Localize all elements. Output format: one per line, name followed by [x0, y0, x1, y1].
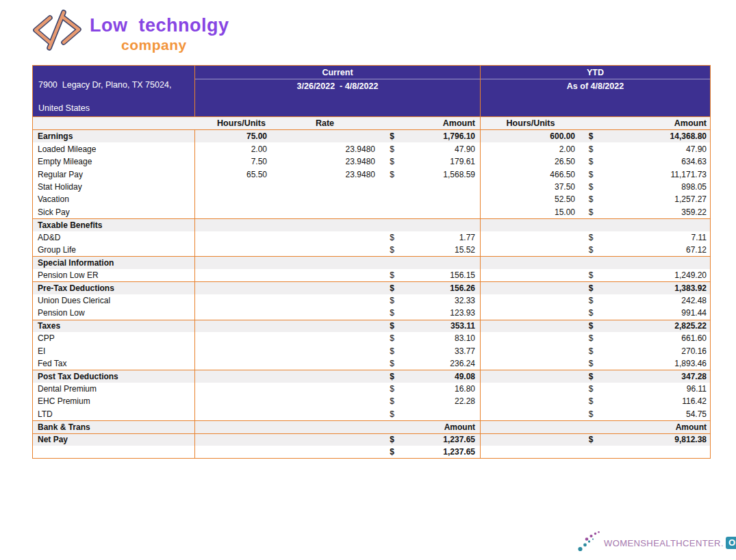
current-hours-cell: 65.50 [195, 170, 288, 179]
ytd-hours-cell: 2.00 [481, 144, 581, 154]
col-current-rate: Rate [288, 118, 380, 128]
current-dollar-sign: $ [380, 283, 404, 293]
ytd-amount-cell: 1,249.20 [601, 270, 710, 280]
table-row: Fed Tax $ 236.24 $ 1,893.46 [33, 357, 710, 370]
current-dollar-sign: $ [380, 435, 404, 444]
table-row: $ 1,237.65 [33, 446, 710, 458]
company-address: 7900 Legacy Dr, Plano, TX 75024, United … [33, 66, 195, 116]
current-amount-cell: 47.90 [404, 142, 481, 155]
table-row: Empty Mileage 7.50 23.9480 $ 179.61 26.5… [33, 155, 710, 168]
table-row: Loaded Mileage 2.00 23.9480 $ 47.90 2.00… [33, 142, 710, 155]
row-label: Pre-Tax Deductions [33, 282, 195, 294]
row-label: Post Tax Deductions [33, 370, 195, 382]
current-amount-cell [404, 408, 481, 420]
current-amount-cell: 16.80 [404, 383, 481, 395]
row-label: Empty Mileage [33, 155, 195, 168]
row-label: Special Information [33, 257, 195, 268]
row-label: Pension Low [33, 307, 195, 319]
current-dollar-sign: $ [380, 170, 404, 179]
current-amount-cell: 32.33 [404, 294, 481, 307]
current-dollar-sign: $ [380, 396, 404, 406]
row-label: Fed Tax [33, 357, 195, 370]
col-ytd-amount: Amount [601, 118, 710, 128]
row-label: LTD [33, 408, 195, 420]
ytd-dollar-sign: $ [581, 157, 601, 166]
ytd-dollar-sign: $ [581, 396, 601, 406]
ytd-dollar-sign: $ [581, 144, 601, 154]
table-row: Pre-Tax Deductions $ 156.26 $ 1,383.92 [33, 281, 710, 294]
current-dollar-sign: $ [380, 270, 404, 280]
brand-name-line2: company [90, 37, 229, 53]
current-amount-cell: 1,237.65 [404, 446, 481, 458]
table-row: Taxable Benefits [33, 218, 710, 231]
table-row: CPP $ 83.10 $ 661.60 [33, 332, 710, 344]
ytd-amount-cell: 67.12 [601, 245, 710, 255]
table-row: Union Dues Clerical $ 32.33 $ 242.48 [33, 294, 710, 307]
table-row: Pension Low ER $ 156.15 $ 1,249.20 [33, 269, 710, 281]
brand-name: Low technolgy company [90, 10, 229, 53]
ytd-hours-cell: 52.50 [481, 194, 581, 204]
current-dollar-sign: $ [380, 144, 404, 154]
ytd-label: YTD [481, 66, 710, 79]
current-amount-cell [404, 206, 481, 218]
ytd-dollar-sign: $ [581, 296, 601, 305]
ytd-dollar-sign: $ [581, 384, 601, 394]
brand-name-line1: Low technolgy [90, 15, 229, 36]
current-dollar-sign: $ [380, 233, 404, 242]
ytd-dollar-sign: $ [581, 233, 601, 242]
current-dollar-sign: $ [380, 346, 404, 356]
row-label: AD&D [33, 231, 195, 244]
ytd-amount-cell: 661.60 [601, 333, 710, 343]
row-label: Loaded Mileage [33, 142, 195, 155]
current-dollar-sign: $ [380, 333, 404, 343]
ytd-amount-cell: 270.16 [601, 346, 710, 356]
ytd-dollar-sign: $ [581, 359, 601, 368]
row-label: CPP [33, 332, 195, 344]
row-label: Pension Low ER [33, 269, 195, 281]
current-dollar-sign: $ [380, 409, 404, 419]
row-label: Bank & Trans [33, 421, 195, 433]
current-rate-cell: 23.9480 [288, 157, 380, 166]
table-row: AD&D $ 1.77 $ 7.11 [33, 231, 710, 244]
current-amount-cell: 1,237.65 [404, 434, 481, 446]
ytd-amount-cell: 242.48 [601, 296, 710, 305]
column-header-row: Hours/Units Rate Amount Hours/Units Amou… [33, 117, 710, 130]
current-amount-cell: 49.08 [404, 370, 481, 382]
ytd-dollar-sign: $ [581, 409, 601, 419]
row-label: Union Dues Clerical [33, 294, 195, 307]
current-dollar-sign: $ [380, 359, 404, 368]
ytd-amount-cell: 359.22 [601, 207, 710, 217]
current-amount-cell: 156.15 [404, 269, 481, 281]
table-header: 7900 Legacy Dr, Plano, TX 75024, United … [33, 66, 710, 117]
current-hours-cell: 7.50 [195, 157, 288, 166]
current-amount-cell [404, 257, 481, 268]
table-row: LTD $ $ 54.75 [33, 408, 710, 420]
current-amount-cell: 83.10 [404, 332, 481, 344]
row-label: Dental Premium [33, 383, 195, 395]
ytd-dollar-sign: $ [581, 270, 601, 280]
current-hours-cell: 2.00 [195, 144, 288, 154]
row-label: Taxes [33, 320, 195, 332]
table-row: Stat Holiday 37.50 $ 898.05 [33, 181, 710, 193]
ytd-dollar-sign: $ [581, 245, 601, 255]
table-row: Bank & Trans Amount Amount [33, 420, 710, 433]
ytd-dollar-sign: $ [581, 372, 601, 381]
current-amount-cell: 1,796.10 [404, 130, 481, 142]
ytd-amount-cell: 7.11 [601, 233, 710, 242]
ytd-amount-cell: 96.11 [601, 384, 710, 394]
row-label: Stat Holiday [33, 181, 195, 193]
ytd-amount-cell: 47.90 [601, 144, 710, 154]
table-row: Pension Low $ 123.93 $ 991.44 [33, 307, 710, 319]
current-amount-cell [404, 219, 481, 231]
footer-logo: WOMENSHEALTHCENTER. ORG [577, 529, 736, 557]
row-label: Group Life [33, 244, 195, 256]
current-dollar-sign: $ [380, 384, 404, 394]
ytd-dollar-sign: $ [581, 170, 601, 179]
current-amount-cell: 15.52 [404, 244, 481, 256]
address-line2: United States [38, 103, 90, 113]
ytd-dollar-sign: $ [581, 283, 601, 293]
table-row: Regular Pay 65.50 23.9480 $ 1,568.59 466… [33, 168, 710, 180]
ytd-hours-cell: 600.00 [481, 131, 581, 141]
current-period: 3/26/2022 - 4/8/2022 [195, 79, 480, 93]
current-amount-cell: 22.28 [404, 395, 481, 407]
